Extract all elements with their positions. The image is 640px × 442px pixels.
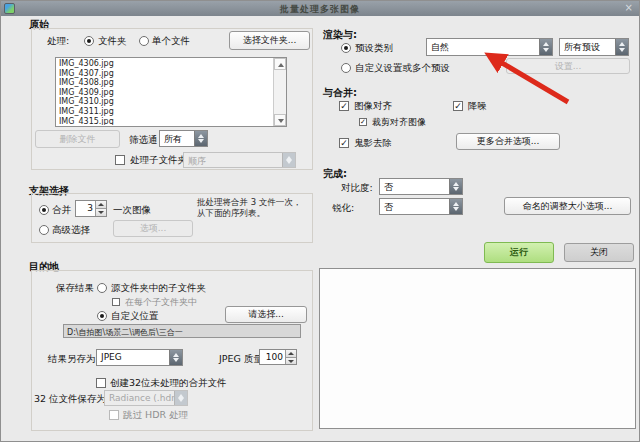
select-folder-button[interactable]: 选择文件夹... [229,31,310,50]
sharpen-value: 否 [380,199,449,214]
ghost-removal-label[interactable]: 鬼影去除 [354,137,392,150]
each-subfolder-label[interactable]: 在每个子文件夹中 [125,296,197,309]
format-value: JPEG [97,350,169,365]
file-list-item[interactable]: IMG_4306.jpg [59,59,271,69]
jpeg-quality-value: 100 [260,350,285,364]
bit32-saveas-label: 32 位文件保存为 [34,393,106,406]
merge-count-value: 3 [76,201,95,216]
create-32bit-label[interactable]: 创建32位未处理的合并文件 [110,377,227,390]
stepper-down-icon [96,208,106,216]
destination-path-field[interactable]: D:\自拍图\场景二\调色后\三合一 [63,324,301,338]
radio-single-file-label[interactable]: 单个文件 [152,35,190,48]
noise-reduction-label[interactable]: 降噪 [468,100,487,113]
process-subfolders-checkbox[interactable] [115,155,125,165]
window-title: 批量处理多张图像 [1,3,639,16]
more-merge-options-button[interactable]: 更多合并选项... [456,133,560,150]
file-list-scrollbar[interactable] [273,58,286,126]
save-as-label: 结果另存为 [48,353,96,366]
radio-advanced-selection[interactable] [39,225,49,235]
radio-custom-location[interactable] [97,311,107,321]
run-button[interactable]: 运行 [484,242,554,263]
radio-custom-settings-label[interactable]: 自定义设置或多个预设 [355,62,450,75]
file-list-item[interactable]: IMG_4315.jpg [59,117,271,125]
filter-label: 筛选通 [129,134,158,147]
process-subfolders-label[interactable]: 处理子文件夹 [130,154,187,167]
merge-suffix-label: 一次图像 [113,204,151,217]
create-32bit-checkbox[interactable] [96,378,106,388]
window-close-icon[interactable]: × [625,2,633,13]
file-list-item[interactable]: IMG_4307.jpg [59,69,271,79]
noise-reduction-checkbox[interactable] [453,101,463,111]
combo-arrows-icon [282,153,295,167]
subfolders-mode-dropdown[interactable]: 顺序 [183,152,296,168]
choose-location-button[interactable]: 请选择... [225,306,307,323]
radio-single-file[interactable] [139,36,149,46]
settings-button[interactable]: 设置... [506,58,630,74]
subfolders-mode-value: 顺序 [184,153,282,167]
crop-aligned-checkbox[interactable] [359,118,367,126]
radio-preset-category[interactable] [341,43,351,53]
radio-folder-label[interactable]: 文件夹 [98,35,127,48]
radio-custom-location-label[interactable]: 自定义位置 [111,310,159,323]
process-label: 处理: [47,35,69,48]
radio-preset-category-label[interactable]: 预设类别 [355,42,393,55]
file-list-item[interactable]: IMG_4310.jpg [59,97,271,107]
bracket-note: 批处理将合并 3 文件一次，从下面的序列表。 [197,197,309,218]
merge-count-stepper[interactable]: 3 [75,200,107,217]
render-section-title: 渲染与: [323,28,357,42]
radio-merge[interactable] [39,205,49,215]
merge-section-title: 与合并: [323,86,357,100]
bit32-format-dropdown[interactable]: Radiance (.hdr) [104,390,188,406]
each-subfolder-checkbox[interactable] [112,298,120,306]
radio-custom-settings[interactable] [341,63,351,73]
file-list-item[interactable]: IMG_4308.jpg [59,78,271,88]
close-button[interactable]: 关闭 [564,243,634,262]
file-list[interactable]: IMG_4306.jpg IMG_4307.jpg IMG_4308.jpg I… [55,57,287,127]
combo-arrows-icon[interactable] [194,131,207,146]
save-results-label: 保存结果 [56,282,94,295]
skip-hdr-label[interactable]: 跳过 HDR 处理 [123,409,188,422]
preset-value: 自然 [427,39,539,55]
align-images-label[interactable]: 图像对齐 [354,100,392,113]
combo-arrows-icon[interactable] [449,199,462,214]
file-list-item[interactable]: IMG_4309.jpg [59,88,271,98]
bit32-format-value: Radiance (.hdr) [105,391,174,405]
preset-filter-dropdown[interactable]: 所有预设 [559,38,629,56]
sharpen-dropdown[interactable]: 否 [379,198,463,215]
radio-advanced-selection-label[interactable]: 高级选择 [52,224,90,237]
jpeg-quality-stepper[interactable]: 100 [259,349,297,365]
combo-arrows-icon[interactable] [539,39,552,55]
remove-files-button[interactable]: 删除文件 [35,130,120,148]
radio-source-subfolder-label[interactable]: 源文件夹中的子文件夹 [111,282,206,295]
title-bar[interactable]: 批量处理多张图像 × [1,1,639,16]
ghost-removal-checkbox[interactable] [339,138,349,148]
combo-arrows-icon[interactable] [449,179,462,194]
contrast-value: 否 [380,179,449,194]
file-list-item[interactable]: IMG_4311.jpg [59,107,271,117]
stepper-up-icon [96,201,106,208]
file-list-items: IMG_4306.jpg IMG_4307.jpg IMG_4308.jpg I… [59,59,271,125]
finishing-section-title: 完成: [323,167,347,181]
stepper-down-icon [286,357,296,365]
crop-aligned-label[interactable]: 裁剪对齐图像 [372,116,426,129]
combo-arrows-icon[interactable] [169,350,182,365]
radio-merge-label[interactable]: 合并 [52,204,71,217]
combo-arrows-icon [174,391,187,405]
format-dropdown[interactable]: JPEG [96,349,183,366]
advanced-options-button[interactable]: 选项... [113,220,193,237]
skip-hdr-checkbox[interactable] [109,410,119,420]
preset-dropdown[interactable]: 自然 [426,38,553,56]
filter-dropdown[interactable]: 所有 [159,130,208,147]
align-images-checkbox[interactable] [339,101,349,111]
progress-log-box [319,268,636,429]
radio-source-subfolder[interactable] [97,283,107,293]
radio-folder[interactable] [84,36,94,46]
batch-process-dialog: 批量处理多张图像 × 原始 处理: 文件夹 单个文件 选择文件夹... IMG_… [0,0,640,442]
contrast-label: 对比度: [341,182,373,195]
scroll-down-icon[interactable] [274,114,286,126]
naming-resize-options-button[interactable]: 命名的调整大小选项... [504,197,631,215]
preset-filter-value: 所有预设 [560,39,615,55]
contrast-dropdown[interactable]: 否 [379,178,463,195]
combo-arrows-icon[interactable] [615,39,628,55]
scroll-up-icon[interactable] [274,58,286,70]
